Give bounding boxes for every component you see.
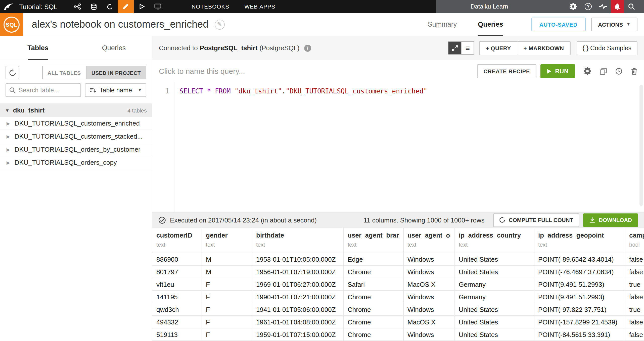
table-cell: POINT(-76.4697 37.0834)	[534, 265, 625, 278]
notebook-header: SQL alex's notebook on customers_enriche…	[0, 13, 644, 36]
chevron-down-icon: ▼	[138, 88, 142, 92]
help-icon[interactable]: ?	[581, 0, 596, 13]
tab-summary[interactable]: Summary	[428, 13, 457, 36]
table-cell: Chrome	[343, 328, 403, 341]
menu-notebooks[interactable]: NOTEBOOKS	[184, 0, 237, 13]
table-cell: F	[202, 316, 252, 328]
table-cell: Chrome	[343, 265, 403, 278]
column-header: birthdatetext	[252, 228, 343, 253]
dataiku-bird-icon	[4, 3, 14, 10]
dataiku-logo[interactable]	[0, 0, 17, 13]
history-clock-icon[interactable]	[615, 68, 622, 75]
settings-gear-icon[interactable]	[566, 0, 581, 13]
table-cell: 1941-01-01T05:06:00.000Z	[252, 303, 343, 316]
dashboards-icon[interactable]	[150, 0, 166, 13]
sidebar-tab-queries[interactable]: Queries	[76, 36, 152, 60]
connection-name: PostgreSQL_tshirt	[200, 44, 258, 52]
table-cell: false	[625, 328, 644, 341]
expand-triangle-icon[interactable]: ▶	[7, 160, 10, 165]
flow-icon[interactable]	[69, 0, 85, 13]
line-number-gutter: 1	[152, 82, 174, 212]
expand-triangle-icon[interactable]: ▶	[7, 147, 10, 152]
filter-used-in-project[interactable]: USED IN PROJECT	[86, 66, 146, 79]
add-markdown-button[interactable]: + MARKDOWN	[518, 41, 571, 55]
table-cell: Edge	[343, 253, 403, 265]
chevron-down-icon: ▼	[626, 22, 630, 26]
table-cell: MacOS X	[403, 316, 454, 328]
table-cell: qwd3ch	[152, 303, 202, 316]
expand-triangle-icon[interactable]: ▶	[7, 134, 10, 139]
filter-all-tables[interactable]: ALL TABLES	[42, 66, 86, 79]
run-button[interactable]: RUN	[540, 64, 575, 78]
check-circle-icon	[158, 216, 166, 224]
expand-triangle-icon[interactable]: ▶	[7, 121, 10, 126]
table-cell: 141195	[152, 291, 202, 303]
table-cell: POINT(-97.822 37.751)	[534, 303, 625, 316]
table-cell: United States	[454, 328, 534, 341]
info-icon[interactable]: i	[304, 44, 311, 51]
refresh-tables-button[interactable]	[6, 66, 19, 79]
scenarios-icon[interactable]	[134, 0, 150, 13]
auto-saved-button[interactable]: AUTO-SAVED	[531, 18, 585, 31]
datasets-icon[interactable]	[85, 0, 102, 13]
sidebar-item-table[interactable]: ▶ DKU_TUTORIALSQL_orders_copy	[0, 156, 152, 169]
executed-status: Executed on 2017/05/14 23:24 (in about a…	[170, 216, 317, 224]
actions-button[interactable]: ACTIONS ▼	[591, 18, 637, 31]
menu-webapps[interactable]: WEB APPS	[237, 0, 283, 13]
expand-editor-button[interactable]	[448, 42, 461, 54]
jobs-icon[interactable]	[102, 0, 118, 13]
refresh-icon	[499, 217, 505, 223]
table-cell: Windows	[403, 291, 454, 303]
table-cell: vft1eu	[152, 278, 202, 291]
sidebar-item-table[interactable]: ▶ DKU_TUTORIALSQL_customers_enriched	[0, 117, 152, 130]
compute-full-count-button[interactable]: COMPUTE FULL COUNT	[493, 213, 579, 227]
sidebar-item-table[interactable]: ▶ DKU_TUTORIALSQL_orders_by_customer	[0, 143, 152, 156]
table-cell: false	[625, 265, 644, 278]
download-icon	[589, 217, 595, 223]
collapse-triangle-icon: ▼	[5, 108, 10, 113]
activity-pulse-icon[interactable]	[596, 0, 611, 13]
column-header: gendertext	[202, 228, 252, 253]
notebooks-icon[interactable]	[118, 0, 134, 13]
table-row: qwd3chF1941-01-01T05:06:00.000ZChromeWin…	[152, 303, 644, 316]
project-title[interactable]: Tutorial: SQL	[19, 3, 57, 10]
code-samples-button[interactable]: { } Code Samples	[576, 41, 637, 55]
edit-description-icon[interactable]: ✎	[215, 19, 225, 29]
table-cell: M	[202, 265, 252, 278]
editor-scrollbar[interactable]	[639, 85, 643, 206]
table-cell: Windows	[403, 265, 454, 278]
schema-table-count: 4 tables	[127, 107, 147, 113]
sql-badge-label: SQL	[4, 16, 20, 32]
table-cell: false	[625, 316, 644, 328]
copy-query-icon[interactable]	[600, 68, 607, 75]
column-header: user_agent_ostext	[403, 228, 454, 253]
table-header-row: customerIDtext gendertext birthdatetext …	[152, 228, 644, 253]
search-icon[interactable]	[624, 0, 639, 13]
query-name-placeholder[interactable]: Click to name this query...	[159, 67, 245, 75]
notifications-bell-icon[interactable]	[611, 0, 624, 13]
table-search-input[interactable]	[19, 87, 77, 94]
table-cell: Windows	[403, 328, 454, 341]
table-cell: false	[625, 291, 644, 303]
schema-header-dku-tshirt[interactable]: ▼ dku_tshirt 4 tables	[0, 103, 152, 117]
sql-code-editor[interactable]: 1 SELECT * FROM "dku_tshirt"."DKU_TUTORI…	[152, 82, 644, 212]
sidebar-item-table[interactable]: ▶ DKU_TUTORIALSQL_customers_stacked...	[0, 130, 152, 143]
sql-code-line[interactable]: SELECT * FROM "dku_tshirt"."DKU_TUTORIAL…	[174, 82, 427, 212]
expand-icon	[452, 45, 458, 51]
query-list-button[interactable]: ≡	[461, 42, 474, 54]
sidebar-tab-tables[interactable]: Tables	[0, 36, 76, 60]
connection-status: Connected to PostgreSQL_tshirt (PostgreS…	[159, 44, 311, 52]
download-button[interactable]: DOWNLOAD	[583, 213, 638, 227]
tab-queries[interactable]: Queries	[478, 13, 503, 36]
table-cell: MacOS X	[403, 278, 454, 291]
table-cell: 1961-01-01T04:08:00.000Z	[252, 316, 343, 328]
add-query-button[interactable]: + QUERY	[479, 41, 518, 55]
table-cell: POINT(-157.8299 21.4539)	[534, 316, 625, 328]
create-recipe-button[interactable]: CREATE RECIPE	[477, 64, 537, 78]
sort-dropdown[interactable]: Table name ▼	[85, 83, 146, 97]
delete-trash-icon[interactable]	[631, 68, 637, 75]
query-settings-gear-icon[interactable]	[584, 67, 591, 75]
column-header: ip_address_countrytext	[454, 228, 534, 253]
column-header: customerIDtext	[152, 228, 202, 253]
topbar-right-section: Dataiku Learn ?	[436, 0, 644, 13]
